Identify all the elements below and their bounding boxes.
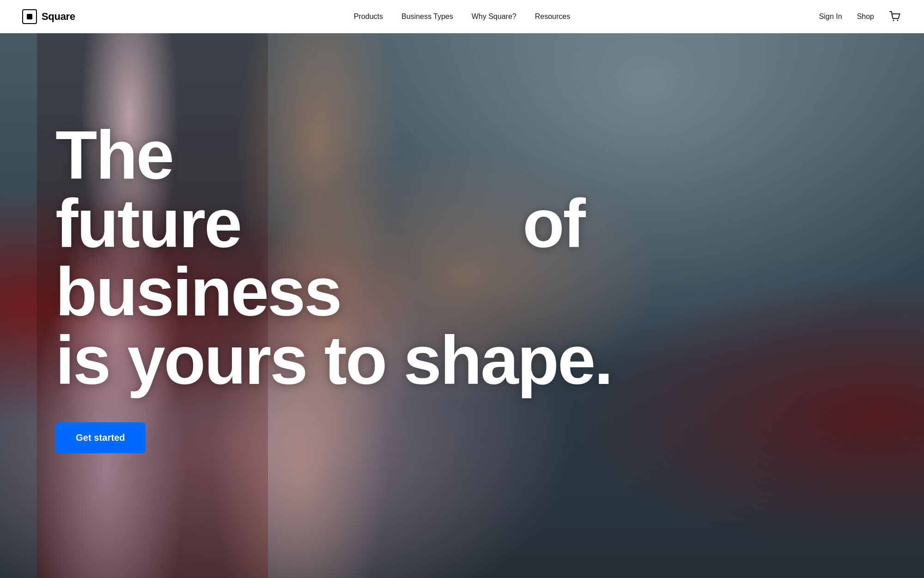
get-started-button[interactable]: Get started	[55, 422, 146, 453]
brand-name: Square	[42, 11, 75, 23]
hero-cta: Get started	[55, 422, 869, 453]
headline-line2: future	[55, 185, 241, 262]
hero-headline: The future of business is yours to shape…	[55, 121, 869, 395]
cart-button[interactable]	[889, 10, 902, 23]
nav-item-products[interactable]: Products	[354, 12, 383, 21]
headline-line3: of	[523, 185, 584, 262]
logo-link[interactable]: Square	[22, 9, 75, 24]
shop-link[interactable]: Shop	[857, 12, 874, 21]
headline-line1: The	[55, 117, 173, 193]
headline-line5: is yours to shape.	[55, 322, 612, 398]
navbar: Square Products Business Types Why Squar…	[0, 0, 924, 33]
cart-icon	[889, 10, 902, 23]
hero-section: The future of business is yours to shape…	[0, 0, 924, 578]
hero-content: The future of business is yours to shape…	[0, 33, 924, 578]
nav-item-resources[interactable]: Resources	[535, 12, 570, 21]
nav-item-why-square[interactable]: Why Square?	[472, 12, 517, 21]
svg-point-0	[893, 19, 894, 21]
svg-point-1	[897, 19, 899, 21]
nav-item-business-types[interactable]: Business Types	[401, 12, 453, 21]
main-nav: Products Business Types Why Square? Reso…	[354, 12, 570, 21]
navbar-actions: Sign In Shop	[819, 10, 902, 23]
headline-line4: business	[55, 254, 341, 330]
sign-in-link[interactable]: Sign In	[819, 12, 842, 21]
logo-inner-square	[27, 14, 32, 19]
square-logo-icon	[22, 9, 37, 24]
